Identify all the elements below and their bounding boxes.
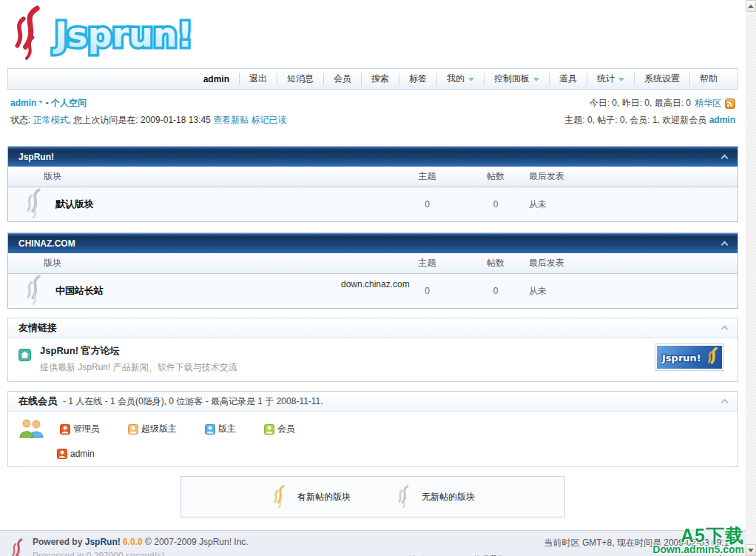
top-navbar: admin 退出 短消息 会员 搜索 标签 我的 控制面板 道具 统计 系统设置…	[7, 68, 738, 90]
col-posts: 帖数	[462, 170, 529, 183]
svg-text:Jsprun!: Jsprun!	[661, 352, 700, 364]
rss-icon[interactable]	[725, 98, 735, 109]
last-post: 从未	[529, 198, 738, 211]
digest-link[interactable]: 精华区	[695, 97, 721, 110]
username-link[interactable]: admin	[10, 98, 36, 108]
nav-logout[interactable]: 退出	[239, 73, 277, 85]
col-forum: 版块	[8, 257, 392, 269]
category-header[interactable]: CHINAZ.COM	[8, 233, 738, 253]
forum-link[interactable]: 中国站长站	[55, 284, 104, 298]
legend-new-posts: 有新帖的版块	[271, 485, 351, 509]
column-header-row: 版块 主题 帖数 最后发表	[8, 167, 738, 187]
vertical-scrollbar[interactable]	[746, 0, 756, 556]
svg-text:Jsprun!: Jsprun!	[53, 15, 193, 55]
no-new-posts-flame-icon	[23, 275, 44, 308]
status-mode-link[interactable]: 正常模式	[33, 115, 69, 125]
user-info-bar: admin - 个人空间 状态: 正常模式, 您上次访问是在: 2009-01-…	[10, 97, 735, 127]
forum-category-jsprun: JspRun! 版块 主题 帖数 最后发表 默认版块 0 0	[7, 146, 738, 222]
nav-help[interactable]: 帮助	[689, 73, 727, 85]
new-posts-flame-icon	[271, 485, 287, 509]
nav-username[interactable]: admin	[194, 73, 239, 85]
collapse-icon[interactable]	[721, 399, 729, 406]
chevron-down-icon	[468, 78, 474, 84]
collapse-icon[interactable]	[721, 155, 729, 162]
powered-by-text: Powered by	[33, 537, 82, 547]
forum-row: 默认版块 0 0 从未	[8, 187, 738, 221]
panel-header[interactable]: 友情链接	[8, 318, 738, 338]
friend-link-desc: 提供最新 JspRun! 产品新闻、软件下载与技术交流	[40, 361, 237, 374]
timezone-text: 当前时区 GMT+8, 现在时间是 2009-02-03 09:14	[408, 537, 734, 549]
column-header-row: 版块 主题 帖数 最后发表	[8, 253, 738, 274]
scroll-up-button[interactable]	[746, 0, 756, 12]
chevron-down-icon	[38, 101, 43, 106]
scroll-down-button[interactable]	[746, 544, 756, 556]
legend-no-new-posts: 无新帖的版块	[395, 485, 475, 509]
forum-category-chinaz: CHINAZ.COM 版块 主题 帖数 最后发表 中国站长站 down.chin…	[7, 232, 738, 309]
banner-flame-icon	[705, 347, 720, 368]
copyright-text: © 2007-2009 JspRun! Inc.	[145, 537, 249, 547]
col-posts: 帖数	[462, 257, 529, 269]
friend-link-title[interactable]: JspRun! 官方论坛	[40, 344, 237, 358]
jsprun-banner[interactable]: Jsprun!	[655, 344, 724, 371]
post-count: 0	[462, 199, 529, 210]
daily-stats: 今日: 0, 昨日: 0, 最高日: 0	[590, 97, 691, 110]
group-legend-moderator: 版主	[205, 423, 236, 435]
personal-space-link[interactable]: 个人空间	[51, 98, 87, 108]
col-lastpost: 最后发表	[529, 170, 738, 183]
arrow-down-icon	[748, 549, 754, 555]
collapse-icon[interactable]	[721, 326, 729, 333]
category-header[interactable]: JspRun!	[8, 147, 738, 167]
online-member: admin	[57, 449, 727, 459]
forum-link[interactable]: 默认版块	[55, 198, 94, 211]
col-threads: 主题	[392, 257, 462, 269]
nav-system-settings[interactable]: 系统设置	[634, 73, 689, 85]
group-legend-admin: 管理员	[60, 423, 100, 435]
nav-search[interactable]: 搜索	[361, 73, 399, 85]
nav-control-panel[interactable]: 控制面板	[484, 73, 549, 85]
nav-messages[interactable]: 短消息	[277, 73, 323, 85]
col-threads: 主题	[392, 170, 462, 183]
board-stats: 主题: 0, 帖子: 0, 会员: 1, 欢迎新会员	[564, 115, 706, 125]
user-icon	[264, 424, 274, 435]
mark-read-link[interactable]: 标记已读	[251, 115, 286, 125]
view-new-posts-link[interactable]: 查看新贴	[213, 115, 249, 125]
site-logo[interactable]: Jsprun! Jsprun!	[49, 5, 219, 63]
jsprun-brand-link[interactable]: JspRun!	[85, 537, 121, 547]
no-new-posts-flame-icon	[23, 188, 44, 221]
chevron-down-icon	[533, 78, 539, 84]
online-summary: - 1 人在线 - 1 会员(0隐身), 0 位游客 - 最高记录是 1 于 2…	[63, 395, 323, 408]
nav-stats-menu[interactable]: 统计	[587, 73, 634, 85]
site-header: Jsprun! Jsprun!	[7, 4, 746, 64]
group-legend-member: 会员	[264, 423, 295, 435]
nav-items-props[interactable]: 道具	[549, 73, 587, 85]
friend-links-panel: 友情链接 JspRun! 官方论坛 提供最新 JspRun! 产品新闻、软件下载…	[7, 318, 738, 382]
newest-member-link[interactable]: admin	[709, 115, 735, 125]
nav-members[interactable]: 会员	[323, 73, 361, 85]
friend-link-item: JspRun! 官方论坛 提供最新 JspRun! 产品新闻、软件下载与技术交流	[18, 344, 727, 374]
logo-flame-icon	[7, 5, 46, 64]
status-label: 状态:	[10, 115, 30, 125]
page: Jsprun! Jsprun! admin 退出 短消息 会员 搜索 标签 我的…	[0, 0, 756, 556]
footer-flame-icon	[9, 538, 25, 556]
last-visit-text: , 您上次访问是在: 2009-01-18 13:45	[69, 115, 211, 125]
col-forum: 版块	[8, 170, 392, 183]
online-members-panel: 在线会员 - 1 人在线 - 1 会员(0隐身), 0 位游客 - 最高记录是 …	[7, 391, 738, 467]
user-icon	[60, 424, 70, 435]
processed-time: Processed in 0.297000 second(s).	[33, 551, 249, 556]
category-title: JspRun!	[18, 152, 54, 162]
nav-tags[interactable]: 标签	[399, 73, 436, 85]
panel-title: 在线会员	[18, 395, 57, 408]
forum-row: 中国站长站 down.chinaz.com 0 0 从未	[8, 274, 738, 308]
group-legend-supermod: 超级版主	[128, 423, 177, 435]
version-text: 6.0.0	[123, 537, 143, 547]
nav-my-menu[interactable]: 我的	[436, 73, 484, 85]
forum-note: down.chinaz.com	[341, 279, 410, 289]
user-icon	[57, 449, 67, 459]
collapse-icon[interactable]	[721, 241, 729, 249]
online-member-link[interactable]: admin	[70, 449, 95, 459]
last-post: 从未	[529, 285, 738, 298]
home-icon	[18, 349, 31, 374]
user-icon	[205, 424, 215, 435]
no-new-posts-flame-icon	[395, 485, 411, 509]
col-lastpost: 最后发表	[529, 257, 738, 269]
